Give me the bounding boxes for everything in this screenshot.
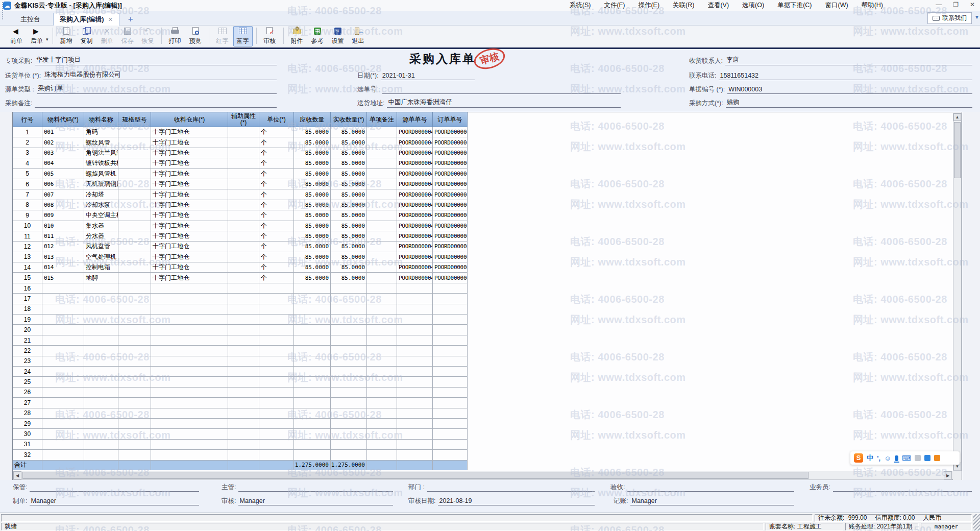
table-cell-source_no[interactable]: POORD000004 <box>397 189 433 200</box>
table-cell-qty_due[interactable]: 85.0000 <box>294 262 331 273</box>
table-cell-source_no[interactable]: POORD000004 <box>397 179 433 189</box>
table-cell-remark[interactable] <box>367 179 397 189</box>
table-cell-aux[interactable] <box>228 398 259 408</box>
table-cell-order_no[interactable] <box>433 419 468 429</box>
table-cell-code[interactable] <box>42 408 84 419</box>
table-cell-unit[interactable]: 个 <box>259 189 294 200</box>
table-cell-code[interactable] <box>42 367 84 377</box>
table-cell-qty_due[interactable]: 85.0000 <box>294 231 331 242</box>
table-cell-spec[interactable] <box>118 231 151 242</box>
table-cell-remark[interactable] <box>367 398 397 408</box>
table-cell-unit[interactable]: 个 <box>259 179 294 189</box>
table-cell-qty_due[interactable] <box>294 377 331 387</box>
table-cell-spec[interactable] <box>118 169 151 179</box>
table-cell-unit[interactable]: 个 <box>259 262 294 273</box>
sogou-logo[interactable]: S <box>854 453 863 463</box>
table-cell-warehouse[interactable] <box>151 388 228 398</box>
table-cell-source_no[interactable] <box>397 408 433 419</box>
contact-phone-input[interactable]: 15811651432 <box>719 72 972 80</box>
toolbar-button-settings[interactable]: ✎设置 <box>328 26 348 46</box>
table-cell-no[interactable]: 19 <box>13 315 42 325</box>
table-cell-order_no[interactable] <box>433 346 468 356</box>
table-cell-no[interactable]: 13 <box>13 252 42 262</box>
table-cell-remark[interactable] <box>367 231 397 242</box>
table-cell-qty_received[interactable]: 85.0000 <box>331 127 367 137</box>
table-cell-unit[interactable] <box>259 429 294 439</box>
table-cell-source_no[interactable]: POORD000004 <box>397 252 433 262</box>
table-cell-source_no[interactable] <box>397 283 433 294</box>
table-cell-source_no[interactable] <box>397 388 433 398</box>
table-cell-no[interactable]: 21 <box>13 335 42 346</box>
table-cell-unit[interactable] <box>259 335 294 346</box>
table-cell-source_no[interactable] <box>397 419 433 429</box>
table-cell-order_no[interactable]: POORD000004 <box>433 242 468 252</box>
table-cell-aux[interactable] <box>228 408 259 419</box>
purchase-remark-input[interactable] <box>35 107 277 108</box>
table-cell-no[interactable]: 1 <box>13 127 42 137</box>
table-cell-order_no[interactable] <box>433 315 468 325</box>
table-cell-code[interactable] <box>42 356 84 367</box>
audit-date-input[interactable]: 2021-08-19 <box>438 497 595 505</box>
table-cell-qty_due[interactable] <box>294 304 331 315</box>
table-cell-code[interactable] <box>42 377 84 387</box>
table-cell-aux[interactable] <box>228 127 259 137</box>
table-cell-qty_due[interactable]: 85.0000 <box>294 169 331 179</box>
table-cell-warehouse[interactable] <box>151 377 228 387</box>
tab-purchase-inbound-edit[interactable]: 采购入库(编辑) ✕ <box>53 13 119 26</box>
table-cell-aux[interactable] <box>228 440 259 450</box>
table-cell-qty_due[interactable]: 85.0000 <box>294 137 331 148</box>
table-cell-warehouse[interactable]: 十字门工地仓 <box>151 242 228 252</box>
table-cell-qty_due[interactable] <box>294 429 331 439</box>
table-cell-remark[interactable] <box>367 346 397 356</box>
table-cell-qty_due[interactable] <box>294 388 331 398</box>
table-cell-name[interactable] <box>84 367 118 377</box>
table-cell-no[interactable]: 5 <box>13 169 42 179</box>
table-cell-qty_due[interactable] <box>294 419 331 429</box>
table-cell-spec[interactable] <box>118 429 151 439</box>
table-cell-source_no[interactable] <box>397 450 433 460</box>
table-cell-source_no[interactable]: POORD000004 <box>397 127 433 137</box>
table-cell-aux[interactable] <box>228 377 259 387</box>
table-cell-source_no[interactable] <box>397 335 433 346</box>
table-cell-spec[interactable] <box>118 283 151 294</box>
table-cell-qty_received[interactable]: 85.0000 <box>331 231 367 242</box>
table-cell-qty_received[interactable] <box>331 388 367 398</box>
table-cell-code[interactable] <box>42 346 84 356</box>
table-cell-unit[interactable] <box>259 325 294 335</box>
table-cell-unit[interactable] <box>259 315 294 325</box>
table-cell-aux[interactable] <box>228 179 259 189</box>
toolbar-dropdown-caret-icon[interactable]: ▾ <box>46 37 48 42</box>
minimize-icon[interactable]: — <box>936 1 942 8</box>
table-cell-qty_received[interactable]: 85.0000 <box>331 169 367 179</box>
table-cell-unit[interactable]: 个 <box>259 137 294 148</box>
select-no-input[interactable] <box>382 93 621 94</box>
table-cell-remark[interactable] <box>367 262 397 273</box>
table-cell-spec[interactable] <box>118 179 151 189</box>
table-cell-unit[interactable]: 个 <box>259 242 294 252</box>
table-cell-spec[interactable] <box>118 304 151 315</box>
table-cell-remark[interactable] <box>367 294 397 304</box>
source-type-input[interactable]: 采购订单 <box>37 84 277 94</box>
table-cell-unit[interactable]: 个 <box>259 169 294 179</box>
vertical-scrollbar[interactable]: ▲ ▼ <box>953 113 962 471</box>
table-cell-no[interactable]: 8 <box>13 200 42 210</box>
table-cell-qty_due[interactable]: 85.0000 <box>294 273 331 283</box>
table-cell-name[interactable] <box>84 440 118 450</box>
table-cell-remark[interactable] <box>367 315 397 325</box>
table-cell-unit[interactable] <box>259 440 294 450</box>
chevron-down-icon[interactable]: ▼ <box>974 14 979 20</box>
table-cell-unit[interactable] <box>259 346 294 356</box>
table-cell-warehouse[interactable] <box>151 283 228 294</box>
table-cell-qty_received[interactable] <box>331 346 367 356</box>
menu-item[interactable]: 窗口(W) <box>825 1 848 10</box>
table-cell-order_no[interactable]: POORD000004 <box>433 210 468 221</box>
table-cell-aux[interactable] <box>228 304 259 315</box>
column-header[interactable]: 应收数量 <box>294 112 331 127</box>
table-cell-source_no[interactable] <box>397 346 433 356</box>
table-cell-remark[interactable] <box>367 408 397 419</box>
toolbar-button-new[interactable]: 新增 <box>57 26 76 46</box>
table-cell-code[interactable]: 007 <box>42 189 84 200</box>
table-cell-order_no[interactable]: POORD000004 <box>433 200 468 210</box>
table-cell-qty_due[interactable]: 85.0000 <box>294 189 331 200</box>
column-header[interactable]: 订单单号 <box>433 112 468 127</box>
